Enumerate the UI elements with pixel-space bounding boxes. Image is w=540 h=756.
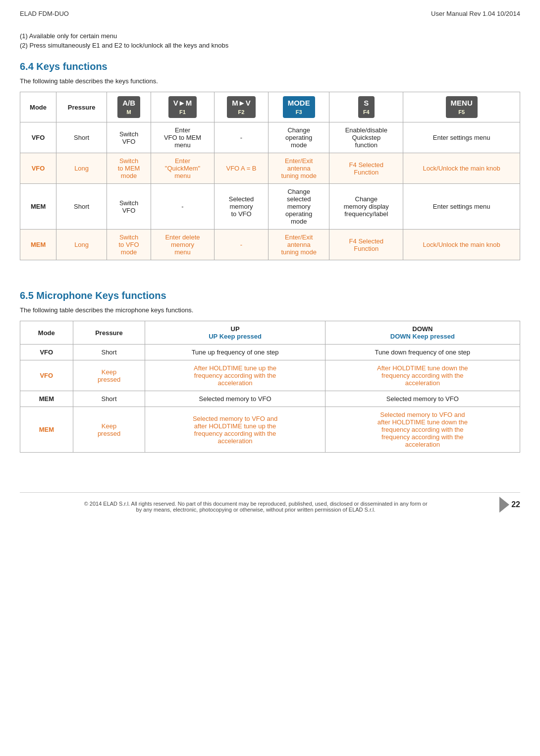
- page-number: 22: [511, 500, 520, 509]
- col-v2m: V►MF1: [151, 92, 215, 122]
- keys-table-row: MEMLongSwitchto VFOmodeEnter deletememor…: [20, 230, 520, 260]
- section-65: 6.5 Microphone Keys functions The follow…: [20, 290, 520, 453]
- mic-table: Mode Pressure UP UP Keep pressed DOWN DO…: [20, 321, 520, 453]
- mic-col-pressure: Pressure: [73, 321, 145, 345]
- note-2: (2) Press simultaneously E1 and E2 to lo…: [20, 42, 520, 49]
- mic-table-row: MEMShortSelected memory to VFOSelected m…: [20, 391, 520, 407]
- page-header: ELAD FDM-DUO User Manual Rev 1.04 10/201…: [20, 10, 520, 17]
- col-pressure: Pressure: [56, 92, 107, 122]
- section-65-intro: The following table describes the microp…: [20, 306, 520, 314]
- footer: © 2014 ELAD S.r.l. All rights reserved. …: [20, 492, 520, 513]
- col-ab: A/BM: [107, 92, 151, 122]
- mic-col-up: UP UP Keep pressed: [145, 321, 325, 345]
- mic-table-row: MEMKeeppressedSelected memory to VFO and…: [20, 407, 520, 453]
- footer-text: © 2014 ELAD S.r.l. All rights reserved. …: [20, 501, 491, 513]
- note-1: (1) Available only for certain menu: [20, 32, 520, 40]
- col-menu-f5: MENUF5: [403, 92, 520, 122]
- col-mode-f3: MODEF3: [269, 92, 329, 122]
- mic-col-down: DOWN DOWN Keep pressed: [325, 321, 520, 345]
- section-65-title: 6.5 Microphone Keys functions: [20, 290, 520, 301]
- section-64-intro: The following table describes the keys f…: [20, 77, 520, 85]
- col-m2v: M►VF2: [214, 92, 268, 122]
- keys-table-header-row: Mode Pressure A/BM V►MF1 M►VF2: [20, 92, 520, 122]
- keys-table-row: VFOLongSwitchto MEMmodeEnter"QuickMem"me…: [20, 153, 520, 184]
- mic-table-row: VFOShortTune up frequency of one stepTun…: [20, 345, 520, 360]
- mic-col-mode: Mode: [20, 321, 73, 345]
- section-64: 6.4 Keys functions The following table d…: [20, 61, 520, 260]
- col-mode: Mode: [20, 92, 56, 122]
- keys-table-row: MEMShortSwitchVFO-Selectedmemoryto VFOCh…: [20, 184, 520, 230]
- mic-table-row: VFOKeeppressedAfter HOLDTIME tune up the…: [20, 360, 520, 391]
- mic-table-header-row: Mode Pressure UP UP Keep pressed DOWN DO…: [20, 321, 520, 345]
- keys-table: Mode Pressure A/BM V►MF1 M►VF2: [20, 92, 520, 260]
- header-right: User Manual Rev 1.04 10/2014: [431, 10, 520, 17]
- keys-table-row: VFOShortSwitchVFOEnterVFO to MEMmenu-Cha…: [20, 122, 520, 153]
- section-64-title: 6.4 Keys functions: [20, 61, 520, 72]
- header-left: ELAD FDM-DUO: [20, 10, 69, 17]
- col-s-f4: SF4: [329, 92, 403, 122]
- notes-section: (1) Available only for certain menu (2) …: [20, 32, 520, 49]
